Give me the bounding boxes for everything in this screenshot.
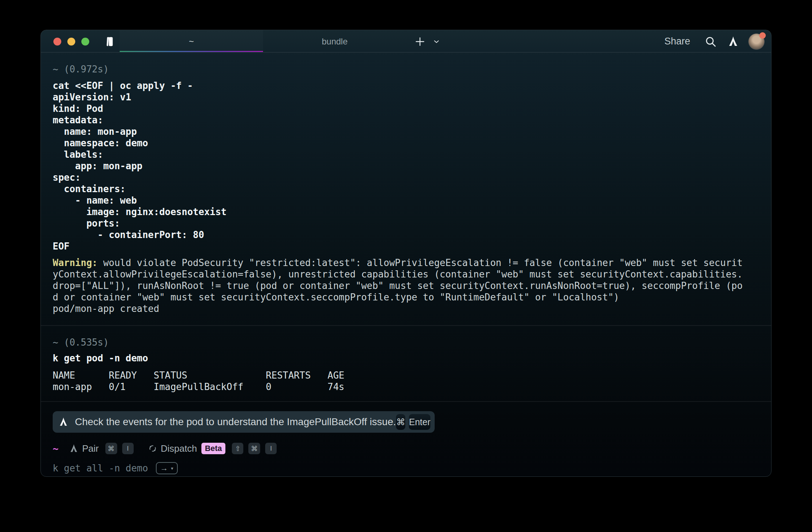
input-area-divider bbox=[41, 401, 771, 402]
prompt-indicator: ~ bbox=[53, 443, 58, 454]
block-2-duration: (0.535s) bbox=[64, 337, 109, 348]
tab-list-chevron-down-icon[interactable] bbox=[432, 38, 441, 45]
pair-button[interactable]: Pair bbox=[82, 443, 99, 454]
warning-text: would violate PodSecurity "restricted:la… bbox=[53, 257, 742, 303]
command-block-2[interactable]: ~ (0.535s) k get pod -n demo NAME READY … bbox=[53, 337, 771, 393]
enter-key-badge: Enter bbox=[409, 414, 430, 430]
caret-down-icon: ▾ bbox=[171, 466, 173, 471]
traffic-lights bbox=[53, 30, 89, 53]
beta-badge: Beta bbox=[201, 443, 226, 454]
command-input-row[interactable]: k get all -n demo →▾ bbox=[53, 462, 771, 474]
enter-key-label: Enter bbox=[409, 417, 430, 427]
warp-ai-icon bbox=[58, 417, 68, 427]
dispatch-shift-key-badge: ⇧ bbox=[232, 443, 243, 454]
tab-bundle[interactable]: bundle bbox=[263, 30, 406, 53]
pair-warp-icon bbox=[69, 444, 78, 453]
dispatch-icon bbox=[148, 444, 157, 453]
tabbar-bottom-border bbox=[41, 52, 771, 53]
share-button[interactable]: Share bbox=[664, 36, 690, 47]
notification-dot bbox=[759, 32, 766, 39]
block-1-duration: (0.972s) bbox=[64, 64, 109, 75]
block-2-command[interactable]: k get pod -n demo bbox=[53, 352, 771, 364]
warning-label: Warning: bbox=[53, 257, 97, 268]
tab-bundle-label: bundle bbox=[322, 37, 348, 47]
warp-logo-icon[interactable] bbox=[727, 36, 739, 47]
block-divider bbox=[41, 325, 771, 326]
tabbar-right-controls: Share bbox=[664, 30, 765, 53]
block-1-command[interactable]: cat <<EOF | oc apply -f - apiVersion: v1… bbox=[53, 80, 771, 252]
terminal-content: ~ (0.972s) cat <<EOF | oc apply -f - api… bbox=[41, 63, 771, 474]
cmd-key-glyph: ⌘ bbox=[396, 417, 405, 427]
user-avatar[interactable] bbox=[748, 33, 765, 50]
right-arrow-icon: → bbox=[160, 464, 168, 473]
ghost-suggestion-text[interactable]: k get all -n demo bbox=[53, 463, 148, 474]
tab-home-label: ~ bbox=[189, 37, 194, 47]
block-1-spacer bbox=[58, 64, 64, 75]
tab-home[interactable]: ~ bbox=[120, 30, 263, 53]
pair-i-key-badge: I bbox=[122, 443, 134, 454]
block-1-prompt: ~ bbox=[53, 64, 58, 75]
ai-suggestion-banner[interactable]: Check the events for the pod to understa… bbox=[53, 411, 435, 433]
command-block-1[interactable]: ~ (0.972s) cat <<EOF | oc apply -f - api… bbox=[53, 63, 771, 314]
pair-cmd-key-badge: ⌘ bbox=[105, 443, 117, 454]
block-1-header: ~ (0.972s) bbox=[53, 63, 771, 75]
block-2-header: ~ (0.535s) bbox=[53, 337, 771, 348]
cmd-key-badge: ⌘ bbox=[396, 414, 405, 430]
pod-table: NAME READY STATUS RESTARTS AGE mon-app 0… bbox=[53, 370, 771, 393]
search-icon[interactable] bbox=[704, 35, 717, 48]
dispatch-cmd-key-badge: ⌘ bbox=[248, 443, 260, 454]
minimize-window-button[interactable] bbox=[67, 38, 75, 46]
new-tab-button[interactable] bbox=[414, 35, 426, 48]
terminal-window: ~ bundle Share bbox=[40, 30, 772, 477]
status-bar: ~ Pair ⌘ I Dispatch Beta ⇧ ⌘ I bbox=[53, 443, 771, 454]
notebook-icon[interactable] bbox=[104, 36, 115, 47]
block-2-prompt: ~ bbox=[53, 337, 58, 348]
ai-suggestion-text: Check the events for the pod to understa… bbox=[75, 416, 396, 428]
block-1-output: pod/mon-app created bbox=[53, 303, 771, 314]
block-2-spacer bbox=[58, 337, 64, 348]
zoom-window-button[interactable] bbox=[81, 38, 89, 46]
dispatch-i-key-badge: I bbox=[265, 443, 277, 454]
pod-table-row: mon-app 0/1 ImagePullBackOff 0 74s bbox=[53, 381, 344, 392]
pod-table-header: NAME READY STATUS RESTARTS AGE bbox=[53, 370, 344, 381]
close-window-button[interactable] bbox=[53, 38, 61, 46]
block-1-warning: Warning: would violate PodSecurity "rest… bbox=[53, 257, 771, 303]
accept-suggestion-badge[interactable]: →▾ bbox=[156, 462, 178, 474]
dispatch-button[interactable]: Dispatch bbox=[161, 443, 197, 454]
tab-bar: ~ bundle Share bbox=[41, 30, 771, 53]
